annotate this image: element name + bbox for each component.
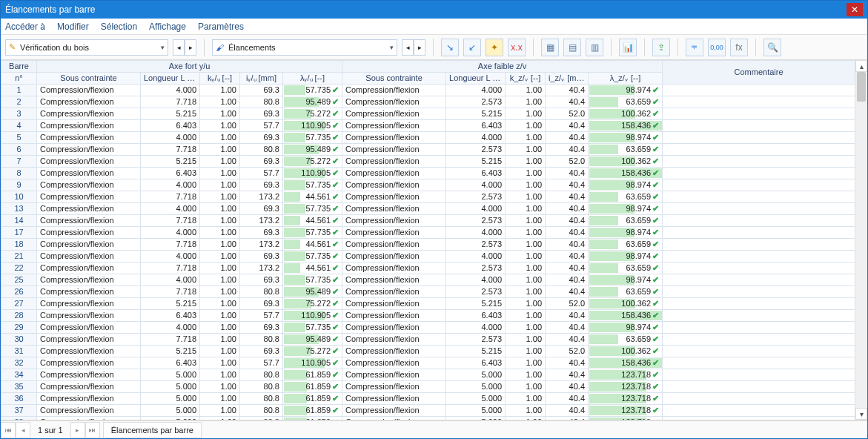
vertical-scrollbar[interactable]: ▴ ▾ (855, 60, 867, 420)
cell-constraint-y[interactable]: Compression/flexion (37, 132, 141, 144)
cell-iz[interactable]: 40.4 (546, 239, 589, 251)
cell-comment[interactable] (663, 227, 855, 239)
cell-constraint-z[interactable]: Compression/flexion (342, 334, 446, 346)
table-row[interactable]: 32Compression/flexion6.4031.0057.7110.90… (1, 357, 855, 369)
cell-kz[interactable]: 1.00 (506, 322, 546, 334)
cell-ky[interactable]: 1.00 (200, 417, 240, 421)
cell-constraint-y[interactable]: Compression/flexion (37, 263, 141, 274)
cell-ky[interactable]: 1.00 (200, 179, 240, 191)
cell-ky[interactable]: 1.00 (200, 322, 240, 334)
cell-ky[interactable]: 1.00 (200, 227, 240, 239)
cell-Ly[interactable]: 5.215 (141, 108, 200, 120)
cell-rownum[interactable]: 14 (1, 215, 37, 227)
table-row[interactable]: 3Compression/flexion5.2151.0069.375.272✔… (1, 108, 855, 120)
cell-ky[interactable]: 1.00 (200, 346, 240, 357)
table-row[interactable]: 37Compression/flexion5.0001.0080.861.859… (1, 405, 855, 417)
table-row[interactable]: 9Compression/flexion4.0001.0069.357.735✔… (1, 179, 855, 191)
cell-constraint-z[interactable]: Compression/flexion (342, 108, 446, 120)
cell-iy[interactable]: 69.3 (240, 251, 283, 263)
menu-display[interactable]: Affichage (149, 22, 186, 32)
cell-lamy[interactable]: 61.859✔ (283, 393, 342, 405)
cell-comment[interactable] (663, 346, 855, 357)
cell-comment[interactable] (663, 417, 855, 421)
cell-iy[interactable]: 69.3 (240, 156, 283, 168)
cell-constraint-y[interactable]: Compression/flexion (37, 417, 141, 421)
cell-Ly[interactable]: 7.718 (141, 263, 200, 274)
cell-constraint-z[interactable]: Compression/flexion (342, 191, 446, 203)
cell-constraint-z[interactable]: Compression/flexion (342, 239, 446, 251)
cell-Lz[interactable]: 2.573 (446, 263, 506, 274)
cell-lamy[interactable]: 57.735✔ (283, 179, 342, 191)
cell-Lz[interactable]: 6.403 (446, 120, 506, 132)
table-row[interactable]: 31Compression/flexion5.2151.0069.375.272… (1, 346, 855, 357)
cell-Lz[interactable]: 6.403 (446, 168, 506, 179)
cell-comment[interactable] (663, 369, 855, 381)
cell-constraint-z[interactable]: Compression/flexion (342, 357, 446, 369)
hdr-no[interactable]: n° (1, 73, 37, 85)
cell-lamz[interactable]: 100.362✔ (589, 156, 663, 168)
cell-constraint-z[interactable]: Compression/flexion (342, 286, 446, 298)
cell-ky[interactable]: 1.00 (200, 239, 240, 251)
cell-Ly[interactable]: 4.000 (141, 179, 200, 191)
table-row[interactable]: 2Compression/flexion7.7181.0080.895.489✔… (1, 96, 855, 108)
cell-rownum[interactable]: 3 (1, 108, 37, 120)
cell-Ly[interactable]: 4.000 (141, 322, 200, 334)
table-row[interactable]: 25Compression/flexion4.0001.0069.357.735… (1, 274, 855, 286)
cell-rownum[interactable]: 37 (1, 405, 37, 417)
cell-comment[interactable] (663, 298, 855, 310)
cell-Ly[interactable]: 5.000 (141, 381, 200, 393)
cell-rownum[interactable]: 9 (1, 179, 37, 191)
tool-chart[interactable]: 📊 (619, 39, 637, 56)
cell-comment[interactable] (663, 156, 855, 168)
tool-pointer-left[interactable]: ↙ (463, 39, 481, 56)
cell-kz[interactable]: 1.00 (506, 215, 546, 227)
cell-kz[interactable]: 1.00 (506, 203, 546, 215)
table-row[interactable]: 22Compression/flexion7.7181.00173.244.56… (1, 263, 855, 274)
next-module-button[interactable]: ▸ (185, 39, 196, 56)
cell-constraint-z[interactable]: Compression/flexion (342, 96, 446, 108)
cell-rownum[interactable]: 5 (1, 132, 37, 144)
combo-module[interactable]: ✎ Vérification du bois ▾ (5, 39, 168, 56)
cell-Ly[interactable]: 6.403 (141, 357, 200, 369)
cell-constraint-y[interactable]: Compression/flexion (37, 96, 141, 108)
cell-lamy[interactable]: 95.489✔ (283, 286, 342, 298)
cell-ky[interactable]: 1.00 (200, 405, 240, 417)
cell-lamz[interactable]: 98.974✔ (589, 85, 663, 96)
cell-kz[interactable]: 1.00 (506, 346, 546, 357)
cell-kz[interactable]: 1.00 (506, 144, 546, 156)
table-row[interactable]: 8Compression/flexion6.4031.0057.7110.905… (1, 168, 855, 179)
cell-rownum[interactable]: 38 (1, 417, 37, 421)
cell-iy[interactable]: 69.3 (240, 346, 283, 357)
cell-lamz[interactable]: 63.659✔ (589, 144, 663, 156)
tool-export[interactable]: ⇪ (652, 39, 670, 56)
cell-constraint-y[interactable]: Compression/flexion (37, 179, 141, 191)
cell-constraint-y[interactable]: Compression/flexion (37, 144, 141, 156)
cell-lamy[interactable]: 95.489✔ (283, 96, 342, 108)
cell-Ly[interactable]: 6.403 (141, 168, 200, 179)
table-row[interactable]: 29Compression/flexion4.0001.0069.357.735… (1, 322, 855, 334)
cell-iz[interactable]: 40.4 (546, 227, 589, 239)
cell-lamz[interactable]: 100.362✔ (589, 346, 663, 357)
cell-lamy[interactable]: 75.272✔ (283, 346, 342, 357)
cell-Lz[interactable]: 4.000 (446, 132, 506, 144)
cell-iy[interactable]: 80.8 (240, 96, 283, 108)
cell-Ly[interactable]: 5.000 (141, 417, 200, 421)
cell-lamy[interactable]: 57.735✔ (283, 322, 342, 334)
cell-ky[interactable]: 1.00 (200, 96, 240, 108)
cell-Ly[interactable]: 7.718 (141, 215, 200, 227)
cell-comment[interactable] (663, 286, 855, 298)
table-row[interactable]: 5Compression/flexion4.0001.0069.357.735✔… (1, 132, 855, 144)
cell-lamz[interactable]: 98.974✔ (589, 251, 663, 263)
cell-ky[interactable]: 1.00 (200, 191, 240, 203)
cell-lamz[interactable]: 100.362✔ (589, 108, 663, 120)
cell-iz[interactable]: 40.4 (546, 215, 589, 227)
cell-iy[interactable]: 173.2 (240, 239, 283, 251)
cell-comment[interactable] (663, 96, 855, 108)
cell-ky[interactable]: 1.00 (200, 203, 240, 215)
cell-Ly[interactable]: 5.000 (141, 369, 200, 381)
tool-grid3[interactable]: ▥ (586, 39, 603, 56)
cell-constraint-y[interactable]: Compression/flexion (37, 298, 141, 310)
scroll-thumb[interactable] (857, 72, 866, 102)
cell-constraint-z[interactable]: Compression/flexion (342, 310, 446, 322)
cell-lamy[interactable]: 57.735✔ (283, 227, 342, 239)
